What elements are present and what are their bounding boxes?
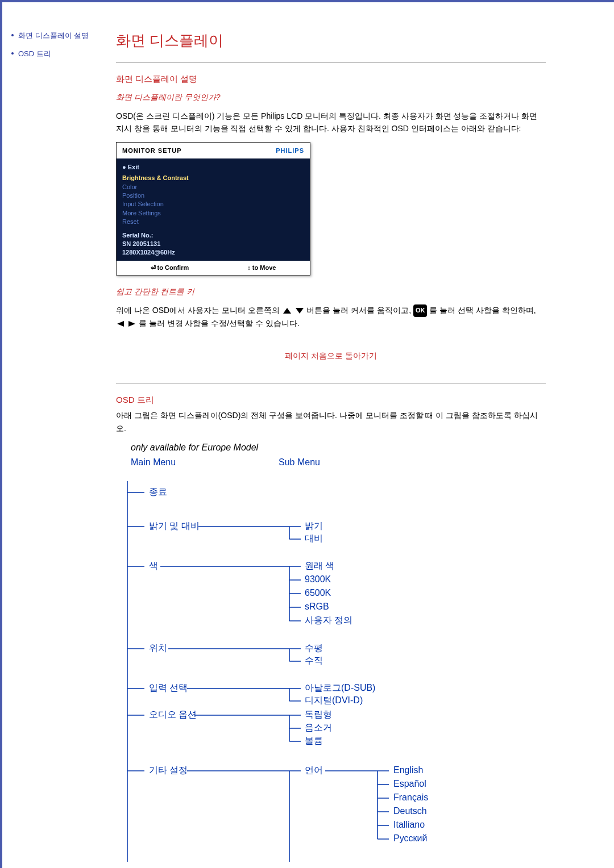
osd-footer: ⏎ to Confirm ↕ to Move bbox=[117, 261, 310, 275]
tree-node: 입력 선택 bbox=[149, 683, 188, 692]
sidebar-link[interactable]: OSD 트리 bbox=[18, 49, 51, 59]
osd-screenshot: MONITOR SETUP PHILIPS ● Exit Brightness … bbox=[116, 142, 310, 276]
left-triangle-icon bbox=[116, 320, 125, 328]
right-triangle-icon bbox=[127, 320, 136, 328]
osd-item: Reset bbox=[122, 218, 304, 226]
tree-sub: 아날로그(D-SUB) bbox=[305, 683, 375, 692]
sidebar-item-desc[interactable]: 화면 디스플레이 설명 bbox=[11, 31, 99, 41]
tree-node: 색 bbox=[149, 561, 158, 570]
divider bbox=[116, 383, 546, 383]
tree-sub: 수직 bbox=[305, 656, 323, 665]
divider bbox=[116, 62, 546, 62]
osd-foot-move: ↕ to Move bbox=[247, 264, 276, 272]
osd-highlight: Brightness & Contrast bbox=[122, 174, 304, 182]
tree-lang: Italliano bbox=[393, 820, 425, 829]
osd-header: MONITOR SETUP PHILIPS bbox=[117, 143, 310, 158]
tree-sub: 독립형 bbox=[305, 710, 332, 719]
tree-sub: 밝기 bbox=[305, 521, 323, 531]
main-menu-header: Main Menu bbox=[131, 457, 279, 468]
paragraph: 위에 나온 OSD에서 사용자는 모니터 오른쪽의 버튼을 눌러 커서를 움직이… bbox=[116, 304, 546, 329]
tree-node: 종료 bbox=[149, 487, 167, 496]
svg-marker-3 bbox=[128, 321, 135, 327]
osd-exit: ● Exit bbox=[122, 163, 304, 172]
tree-lang: Deutsch bbox=[393, 806, 427, 816]
osd-serial-label: Serial No.: bbox=[122, 231, 304, 240]
ok-icon: OK bbox=[413, 304, 428, 317]
osd-title: MONITOR SETUP bbox=[122, 147, 181, 154]
tree-node: 오디오 옵션 bbox=[149, 710, 197, 719]
osd-item: More Settings bbox=[122, 209, 304, 218]
up-triangle-icon bbox=[282, 307, 292, 315]
svg-marker-1 bbox=[296, 308, 304, 314]
tree-node: 밝기 및 대비 bbox=[149, 521, 200, 531]
paragraph: OSD(온 스크린 디스플레이) 기능은 모든 Philips LCD 모니터의… bbox=[116, 110, 546, 135]
tree-node: 기타 설정 bbox=[149, 765, 188, 775]
tree-sub: 대비 bbox=[305, 533, 323, 543]
tree-sub: 디지털(DVI-D) bbox=[305, 695, 363, 705]
osd-serial: Serial No.: SN 20051131 1280X1024@60Hz bbox=[122, 231, 304, 257]
text: 를 눌러 변경 사항을 수정/선택할 수 있습니다. bbox=[139, 319, 300, 328]
osd-item: Input Selection bbox=[122, 200, 304, 208]
menu-header-row: Main Menu Sub Menu bbox=[131, 457, 546, 468]
osd-resolution: 1280X1024@60Hz bbox=[122, 248, 304, 257]
tree-lang: Français bbox=[393, 792, 428, 802]
tree-sub: 볼륨 bbox=[305, 736, 323, 745]
osd-item: Color bbox=[122, 183, 304, 191]
sidebar-link[interactable]: 화면 디스플레이 설명 bbox=[18, 31, 89, 41]
sidebar: 화면 디스플레이 설명 OSD 트리 bbox=[2, 2, 105, 868]
tree-svg: 종료 밝기 및 대비 밝기 대비 색 원래 색 9300K bbox=[122, 481, 542, 862]
osd-item: Position bbox=[122, 191, 304, 200]
note: only available for Europe Model bbox=[131, 443, 546, 453]
tree-node: 위치 bbox=[149, 643, 167, 653]
sub-menu-header: Sub Menu bbox=[279, 457, 426, 468]
page-title: 화면 디스플레이 bbox=[116, 31, 546, 51]
section-heading: 화면 디스플레이 설명 bbox=[116, 74, 546, 85]
tree-sub: 음소거 bbox=[305, 723, 332, 732]
bullet-icon bbox=[11, 52, 14, 55]
sidebar-item-tree[interactable]: OSD 트리 bbox=[11, 49, 99, 59]
tree-sub: 사용자 정의 bbox=[305, 615, 352, 625]
tree-sub: 6500K bbox=[305, 588, 331, 598]
text: 버튼을 눌러 커서를 움직이고, bbox=[306, 306, 413, 315]
tree-lang: Español bbox=[393, 779, 426, 788]
main-content: 화면 디스플레이 화면 디스플레이 설명 화면 디스플레이란 무엇인가? OSD… bbox=[105, 2, 614, 868]
tree-sub: 언어 bbox=[305, 765, 323, 775]
tree-sub: 9300K bbox=[305, 574, 331, 584]
paragraph: 아래 그림은 화면 디스플레이(OSD)의 전체 구성을 보여줍니다. 나중에 … bbox=[116, 409, 546, 435]
text: 위에 나온 OSD에서 사용자는 모니터 오른쪽의 bbox=[116, 306, 282, 315]
down-triangle-icon bbox=[294, 307, 305, 315]
svg-marker-0 bbox=[283, 308, 291, 314]
tree-sub: sRGB bbox=[305, 602, 329, 611]
osd-tree-diagram: 종료 밝기 및 대비 밝기 대비 색 원래 색 9300K bbox=[122, 481, 546, 862]
bullet-icon bbox=[11, 34, 14, 36]
brand-logo: PHILIPS bbox=[276, 147, 304, 154]
osd-serial-no: SN 20051131 bbox=[122, 240, 304, 248]
svg-marker-2 bbox=[117, 321, 124, 327]
osd-body: ● Exit Brightness & Contrast Color Posit… bbox=[117, 158, 310, 261]
section-subheading: 화면 디스플레이란 무엇인가? bbox=[116, 93, 546, 103]
section-heading: OSD 트리 bbox=[116, 395, 546, 406]
osd-foot-confirm: ⏎ to Confirm bbox=[151, 264, 189, 272]
tree-lang: English bbox=[393, 765, 423, 775]
page: 화면 디스플레이 설명 OSD 트리 화면 디스플레이 화면 디스플레이 설명 … bbox=[0, 0, 614, 868]
tree-sub: 수평 bbox=[305, 643, 323, 653]
section-subheading: 쉽고 간단한 컨트롤 키 bbox=[116, 287, 546, 297]
back-to-top-link[interactable]: 페이지 처음으로 돌아가기 bbox=[116, 351, 546, 361]
text: 를 눌러 선택 사항을 확인하며, bbox=[429, 306, 536, 315]
tree-lang: Русский bbox=[393, 833, 427, 843]
tree-sub: 원래 색 bbox=[305, 561, 334, 570]
